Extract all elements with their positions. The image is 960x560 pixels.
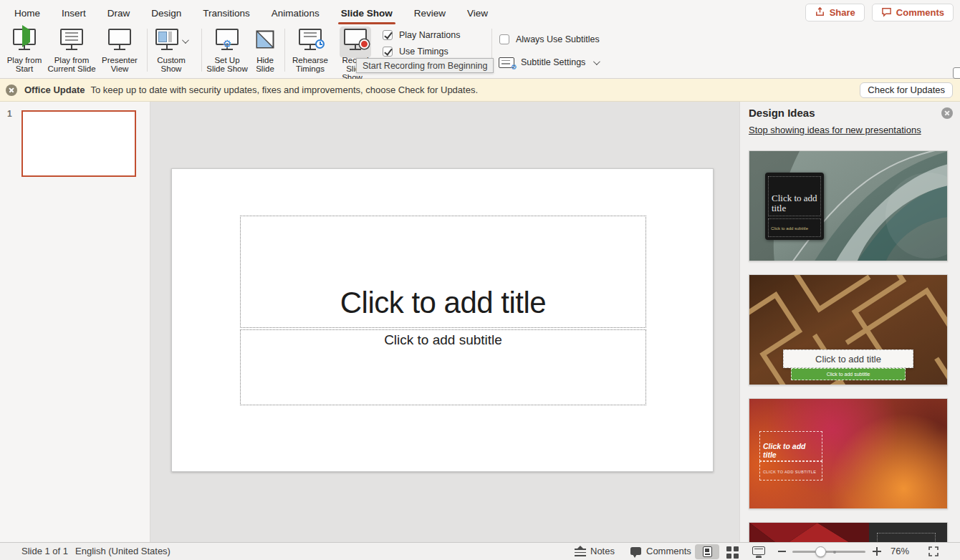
slide-canvas: Click to add title Click to add subtitle (150, 102, 739, 542)
tab-draw[interactable]: Draw (106, 5, 132, 21)
normal-view-button[interactable] (695, 544, 719, 559)
update-bar-title: Office Update (24, 85, 85, 95)
slide-counter: Slide 1 of 1 (21, 546, 68, 556)
play-from-start-icon (13, 29, 36, 45)
tab-animations[interactable]: Animations (270, 5, 321, 21)
slide-1-thumbnail[interactable] (21, 110, 136, 177)
design-thumbnail-orange-bokeh[interactable]: Click to add title CLICK TO ADD SUBTITLE (749, 398, 948, 509)
comments-button[interactable]: Comments (872, 4, 954, 21)
update-bar-close-icon[interactable] (6, 85, 17, 96)
always-use-subtitles-checkbox[interactable] (499, 34, 509, 44)
design-thumbnail-dark-red-geometric[interactable] (749, 522, 948, 542)
share-icon (815, 6, 825, 19)
ribbon-tabs: Home Insert Draw Design Transitions Anim… (7, 0, 489, 26)
ribbon-separator (147, 29, 148, 72)
zoom-slider-track[interactable] (792, 551, 865, 553)
set-up-slide-show-icon: ⚙ (216, 29, 239, 45)
record-slide-show-icon (344, 29, 367, 45)
comments-toggle[interactable]: Comments (646, 546, 691, 556)
teal-title-panel: Click to addtitle Click to add subtitle (765, 173, 824, 240)
current-slide[interactable]: Click to add title Click to add subtitle (171, 168, 714, 472)
ribbon-slide-show: Play fromStart Play fromCurrent Slide Pr… (0, 26, 960, 79)
use-timings-checkbox[interactable] (383, 47, 393, 57)
stop-showing-ideas-link[interactable]: Stop showing ideas for new presentations (749, 125, 921, 135)
teal-subtitle-box: Click to add subtitle (768, 218, 821, 237)
always-use-subtitles-label: Always Use Subtitles (516, 34, 600, 44)
check-for-updates-button[interactable]: Check for Updates (860, 82, 953, 98)
subtitle-settings-button[interactable]: ⚙ Subtitle Settings (499, 57, 598, 68)
record-tooltip: Start Recording from Beginning (356, 58, 494, 73)
office-update-bar: Office Update To keep up to date with se… (0, 79, 960, 102)
play-narrations-label: Play Narrations (399, 30, 460, 40)
tab-transitions[interactable]: Transitions (201, 5, 251, 21)
fit-slide-to-window-icon[interactable] (928, 546, 939, 557)
custom-show-icon (155, 29, 178, 45)
title-placeholder[interactable]: Click to add title (240, 216, 646, 328)
notes-icon (575, 547, 586, 556)
play-from-current-slide-icon (60, 29, 83, 45)
subtitle-placeholder[interactable]: Click to add subtitle (240, 329, 646, 405)
design-ideas-close-icon[interactable] (941, 107, 953, 119)
share-label: Share (830, 7, 855, 18)
slide-thumbnail-panel: 1 (0, 102, 150, 542)
hide-slide-icon (256, 30, 274, 52)
maze-subtitle-banner: Click to add subtitle (791, 368, 906, 380)
zoom-slider-tick (833, 551, 836, 554)
set-up-slide-show-button[interactable]: ⚙ Set UpSlide Show (204, 27, 250, 76)
title-placeholder-text: Click to add title (340, 286, 546, 320)
ribbon-tab-bar: Home Insert Draw Design Transitions Anim… (0, 0, 960, 26)
tab-insert[interactable]: Insert (60, 5, 87, 21)
tab-slide-show[interactable]: Slide Show (340, 5, 394, 21)
normal-view-icon (703, 546, 712, 557)
maze-title-banner: Click to add title (783, 349, 913, 368)
design-thumbnail-teal-abstract[interactable]: Click to addtitle Click to add subtitle (749, 150, 948, 261)
zoom-level[interactable]: 76% (891, 546, 909, 556)
hide-slide-button[interactable]: HideSlide (251, 27, 279, 76)
design-thumbnail-wooden-maze[interactable]: Click to add title Click to add subtitle (749, 274, 948, 385)
ribbon-separator (284, 29, 285, 72)
tab-review[interactable]: Review (413, 5, 447, 21)
custom-show-button[interactable]: CustomShow (149, 27, 193, 76)
zoom-slider-knob[interactable] (815, 546, 826, 557)
zoom-in-button[interactable] (873, 547, 881, 556)
teal-title-box: Click to addtitle (768, 176, 821, 216)
design-ideas-panel: Design Ideas Stop showing ideas for new … (739, 102, 960, 542)
slideshow-view-button[interactable] (752, 546, 765, 555)
play-narrations-checkbox-row[interactable]: Play Narrations (383, 29, 460, 41)
tab-design[interactable]: Design (150, 5, 183, 21)
subtitle-placeholder-text: Click to add subtitle (384, 332, 502, 348)
share-button[interactable]: Share (805, 4, 865, 21)
comments-status-icon (630, 547, 641, 555)
tab-home[interactable]: Home (13, 5, 42, 21)
bokeh-subtitle-box: CLICK TO ADD SUBTITLE (759, 461, 822, 481)
rehearse-timings-icon (299, 29, 322, 45)
slide-number: 1 (7, 109, 12, 119)
presenter-view-button[interactable]: PresenterView (98, 27, 141, 76)
always-use-subtitles-checkbox-row[interactable]: Always Use Subtitles (499, 34, 600, 45)
subtitle-settings-icon: ⚙ (499, 57, 514, 68)
slide-sorter-view-button[interactable] (726, 546, 739, 559)
chevron-down-icon (182, 37, 189, 44)
chevron-down-icon (593, 58, 600, 65)
play-from-start-button[interactable]: Play fromStart (3, 27, 46, 76)
top-actions: Share Comments (805, 4, 954, 21)
use-timings-checkbox-row[interactable]: Use Timings (383, 46, 448, 57)
presenter-view-icon (108, 29, 131, 45)
play-narrations-checkbox[interactable] (383, 30, 393, 40)
comments-label: Comments (896, 7, 944, 18)
status-bar: Slide 1 of 1 English (United States) Not… (0, 542, 960, 560)
tab-view[interactable]: View (466, 5, 489, 21)
bokeh-title-box: Click to add title (759, 431, 822, 461)
comments-icon (881, 6, 892, 19)
update-bar-message: To keep up to date with security updates… (91, 85, 479, 95)
ribbon-overflow-icon (953, 67, 960, 79)
zoom-out-button[interactable] (778, 551, 786, 552)
language-indicator[interactable]: English (United States) (75, 546, 171, 556)
design-ideas-title: Design Ideas (749, 107, 815, 119)
notes-toggle[interactable]: Notes (590, 546, 615, 556)
geometric-title-box (877, 533, 936, 542)
use-timings-label: Use Timings (399, 47, 448, 57)
ribbon-separator (201, 29, 202, 72)
play-from-current-slide-button[interactable]: Play fromCurrent Slide (44, 27, 99, 76)
rehearse-timings-button[interactable]: RehearseTimings (289, 27, 332, 76)
